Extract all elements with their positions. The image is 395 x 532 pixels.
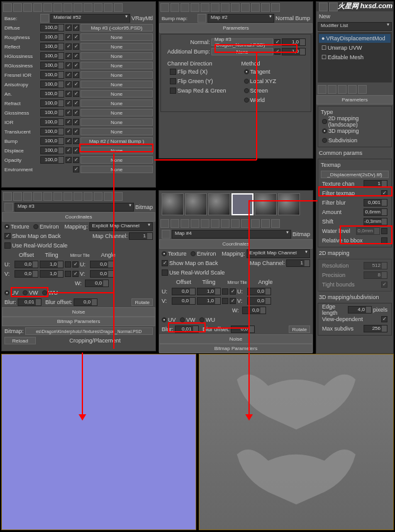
tool-icon[interactable]: [231, 3, 240, 12]
eyedropper-icon[interactable]: [198, 14, 206, 23]
mod-item[interactable]: VRayDisplacementMod: [326, 35, 385, 42]
tool-icon[interactable]: [114, 192, 123, 201]
tool-icon[interactable]: [271, 219, 280, 228]
eyedropper-icon[interactable]: [162, 230, 170, 239]
angle-w-spinner[interactable]: 0,0: [85, 280, 109, 287]
map-enable-checkbox[interactable]: [65, 128, 72, 135]
swap-checkbox[interactable]: [170, 88, 176, 94]
maxsub-spinner[interactable]: 256: [364, 325, 387, 332]
mod-item[interactable]: Unwrap UVW: [328, 45, 362, 51]
material-slot[interactable]: [255, 193, 277, 215]
tool-icon[interactable]: [84, 3, 92, 12]
noise-header[interactable]: Noise: [2, 307, 155, 317]
showmap-checkbox[interactable]: [4, 233, 11, 239]
material-slot[interactable]: [278, 193, 300, 215]
tool-icon[interactable]: [94, 192, 103, 201]
map-amount-spinner[interactable]: 100,0: [40, 33, 64, 41]
shift-spinner[interactable]: -0,3mm: [364, 218, 387, 225]
map-amount-spinner[interactable]: 100,0: [40, 90, 64, 98]
material-slot[interactable]: [185, 193, 207, 215]
tool-icon[interactable]: [33, 192, 42, 201]
map-enable-checkbox[interactable]: [65, 110, 72, 116]
tool-icon[interactable]: [3, 192, 12, 201]
map-amount-spinner[interactable]: 100,0: [40, 43, 64, 50]
map-enable-checkbox[interactable]: [65, 81, 72, 88]
modifier-stack[interactable]: ●VRayDisplacementMod ☐Unwrap UVW ☐Editab…: [318, 32, 392, 82]
tool-icon[interactable]: [53, 192, 62, 201]
uv-radio[interactable]: [4, 290, 9, 295]
tool-icon[interactable]: [319, 3, 328, 11]
map-on-checkbox[interactable]: [73, 166, 79, 173]
bitmap-path-button[interactable]: es\Dragon\Kinderphoto\Textures\Dragon_No…: [25, 327, 153, 335]
offset-v-spinner[interactable]: 0,0: [14, 270, 38, 278]
tool-icon[interactable]: [241, 3, 250, 12]
map-enable-checkbox[interactable]: [65, 119, 72, 125]
map-slot-button[interactable]: Map #3 (-color95.PSD): [81, 24, 153, 31]
map-enable-checkbox[interactable]: [65, 138, 72, 144]
tool-icon[interactable]: [23, 192, 32, 201]
offset-u-spinner[interactable]: 0,0: [172, 288, 196, 295]
tool-icon[interactable]: [160, 219, 169, 228]
tool-icon[interactable]: [3, 3, 12, 12]
map-on-checkbox[interactable]: [73, 72, 79, 78]
map-on-checkbox[interactable]: [73, 34, 79, 40]
realworld-checkbox[interactable]: [4, 242, 11, 249]
map-enable-checkbox[interactable]: [65, 72, 72, 78]
offset-u-spinner[interactable]: 0,0: [14, 261, 38, 268]
map-slot-button[interactable]: None: [81, 156, 153, 164]
tool-icon[interactable]: [221, 219, 230, 228]
material-slot[interactable]: [208, 193, 230, 215]
map-amount-spinner[interactable]: 100,0: [40, 118, 64, 126]
params-header[interactable]: Parameters: [316, 95, 393, 105]
map-slot-button[interactable]: None: [81, 166, 153, 173]
map-on-checkbox[interactable]: [73, 110, 79, 116]
tool-icon[interactable]: [328, 85, 337, 94]
coords-header[interactable]: Coordinates: [159, 239, 313, 249]
map-on-checkbox[interactable]: [73, 81, 79, 88]
tool-icon[interactable]: [261, 3, 270, 12]
tool-icon[interactable]: [251, 219, 260, 228]
precision-spinner[interactable]: 8: [364, 271, 387, 279]
reload-button[interactable]: Reload: [4, 337, 36, 344]
tool-icon[interactable]: [170, 219, 179, 228]
angle-u-spinner[interactable]: 0,0: [247, 288, 271, 295]
material-name-dropdown[interactable]: Material #52: [50, 14, 130, 23]
tool-icon[interactable]: [329, 3, 338, 11]
tiling-v-spinner[interactable]: 1,0: [197, 297, 221, 305]
map-enable-checkbox[interactable]: [65, 91, 72, 97]
tool-icon[interactable]: [318, 85, 326, 94]
flipy-checkbox[interactable]: [170, 78, 176, 84]
mapping-dropdown[interactable]: Explicit Map Channel: [247, 249, 310, 258]
tool-icon[interactable]: [181, 219, 189, 228]
map-amount-spinner[interactable]: 100,0: [40, 147, 64, 154]
map-on-checkbox[interactable]: [73, 128, 79, 135]
tool-icon[interactable]: [33, 3, 42, 12]
showmap-checkbox[interactable]: [162, 260, 168, 266]
map-amount-spinner[interactable]: 100,0: [40, 109, 64, 116]
map-amount-spinner[interactable]: 100,0: [40, 24, 64, 31]
method-localxyz-radio[interactable]: [244, 79, 249, 84]
tiling-u-spinner[interactable]: 1,0: [40, 261, 64, 268]
bmpparams-header[interactable]: Bitmap Parameters: [159, 344, 313, 353]
map-slot-button[interactable]: None: [81, 33, 153, 41]
tool-icon[interactable]: [211, 3, 220, 12]
tool-icon[interactable]: [211, 219, 220, 228]
map-amount-spinner[interactable]: 100,0: [40, 99, 64, 107]
tool-icon[interactable]: [64, 3, 72, 12]
coords-header[interactable]: Coordinates: [2, 212, 155, 222]
flipx-checkbox[interactable]: [170, 69, 176, 75]
map-amount-spinner[interactable]: 100,0: [40, 128, 64, 135]
map-enable-checkbox[interactable]: [65, 53, 72, 59]
uv-radio[interactable]: [162, 317, 167, 322]
tool-icon[interactable]: [104, 3, 113, 12]
filterblur-spinner[interactable]: 0,001: [364, 199, 387, 207]
tool-icon[interactable]: [191, 219, 199, 228]
tool-icon[interactable]: [104, 192, 113, 201]
modifier-list-dropdown[interactable]: Modifier List: [318, 22, 392, 31]
map-on-checkbox[interactable]: [73, 100, 79, 106]
map-slot-button[interactable]: None: [81, 90, 153, 98]
map-amount-spinner[interactable]: 100,0: [40, 137, 64, 145]
tool-icon[interactable]: [170, 3, 179, 12]
tiling-u-spinner[interactable]: 1,0: [197, 288, 221, 295]
tool-icon[interactable]: [271, 3, 280, 12]
